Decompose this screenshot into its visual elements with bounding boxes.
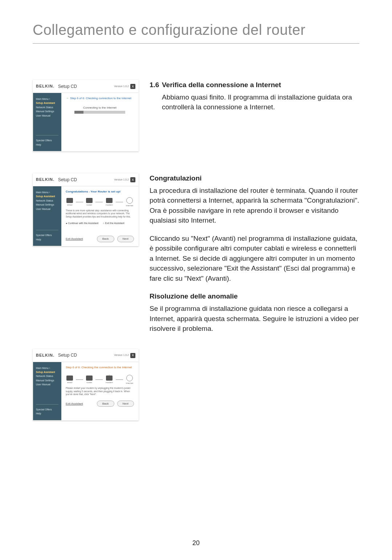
sidebar-item-status[interactable]: Network Status — [36, 375, 58, 378]
exit-assistant-link[interactable]: Exit Assistant — [66, 236, 88, 242]
button-bar: Exit Assistant Back Next — [66, 401, 134, 407]
progress-bar — [74, 111, 125, 114]
step-label: → Step 6 of 6: Checking connection to th… — [66, 97, 134, 100]
sidebar-item-help[interactable]: Help — [36, 238, 58, 241]
row-1: BELKIN. Setup CD Version 1.0.2 X Main Me… — [33, 80, 359, 151]
sidebar-item-manual[interactable]: User Manual — [36, 208, 58, 211]
page-title: Collegamento e configurazione del router — [33, 22, 359, 44]
sidebar-bottom: Special Offers Help — [36, 401, 58, 417]
screenshot-congrats: BELKIN. Setup CD Version 1.0.2 X Main Me… — [33, 173, 139, 246]
sidebar-divider — [36, 230, 58, 230]
back-button[interactable]: Back — [97, 401, 114, 407]
section-paragraph: Se il programma di installazione guidata… — [150, 304, 359, 334]
device-wired: wired — [66, 198, 73, 206]
content-area: Congratulations - Your Router is set up!… — [61, 186, 138, 246]
window-body: Main Menu › Setup Assistant Network Stat… — [33, 186, 138, 246]
sidebar-divider — [36, 404, 58, 405]
computer-icon — [66, 198, 73, 203]
router-icon — [86, 376, 93, 381]
content-area: → Step 6 of 6: Checking connection to th… — [61, 93, 138, 151]
label-internet: internet — [126, 204, 133, 207]
sidebar: Main Menu › Setup Assistant Network Stat… — [33, 362, 61, 420]
section-heading: Risoluzione delle anomalie — [150, 291, 359, 301]
device-modem: ↓ modem — [106, 376, 113, 384]
window-titlebar: BELKIN. Setup CD Version 1.0.2 X — [33, 349, 138, 362]
cable-icon — [116, 380, 123, 380]
row-2: BELKIN. Setup CD Version 1.0.2 X Main Me… — [33, 173, 359, 342]
section-title: Verifica della connessione a Internet — [162, 81, 281, 89]
sidebar-bottom: Special Offers Help — [36, 131, 58, 147]
window-titlebar: BELKIN. Setup CD Version 1.0.2 X — [33, 80, 138, 93]
section-heading: 1.6Verifica della connessione a Internet — [150, 80, 359, 90]
version-label: Version 1.0.2 — [114, 354, 129, 357]
exit-assistant-link[interactable]: Exit Assistant — [66, 401, 88, 407]
section-paragraph: La procedura di installazione del router… — [150, 186, 359, 226]
sidebar-item-help[interactable]: Help — [36, 412, 58, 415]
sidebar-item-assistant[interactable]: Setup Assistant — [36, 102, 58, 105]
sidebar-item-status[interactable]: Network Status — [36, 106, 58, 109]
radio-continue[interactable]: Continue with the Assistant — [66, 222, 98, 225]
button-bar: Exit Assistant Back Next — [66, 236, 134, 242]
next-button[interactable]: Next — [117, 401, 134, 407]
sidebar-item-manual[interactable]: User Manual — [36, 383, 58, 386]
globe-icon — [126, 197, 133, 204]
sidebar-top: Main Menu › Setup Assistant Network Stat… — [36, 97, 58, 118]
computer-icon — [66, 376, 73, 381]
sidebar: Main Menu › Setup Assistant Network Stat… — [33, 186, 61, 246]
window-title: Setup CD — [54, 353, 114, 358]
close-icon[interactable]: X — [130, 177, 135, 182]
label-router: router — [86, 381, 92, 384]
label-router: router — [86, 204, 92, 206]
page-number: 20 — [0, 539, 392, 547]
screenshot-troubleshoot: BELKIN. Setup CD Version 1.0.2 X Main Me… — [33, 349, 139, 421]
version-label: Version 1.0.2 — [114, 85, 129, 88]
sidebar-item-help[interactable]: Help — [36, 143, 58, 146]
version-label: Version 1.0.2 — [114, 178, 129, 181]
device-modem: modem — [106, 198, 113, 206]
arrow-icon: → — [66, 97, 69, 100]
sidebar-item-offers[interactable]: Special Offers — [36, 408, 58, 411]
next-button[interactable]: Next — [117, 236, 134, 242]
sidebar-item-main[interactable]: Main Menu › — [36, 98, 58, 101]
network-diagram: wired router modem internet — [66, 197, 134, 207]
label-wired: wired — [67, 381, 72, 384]
sidebar-divider — [36, 135, 58, 135]
device-router: router — [86, 198, 93, 206]
close-icon[interactable]: X — [130, 84, 135, 89]
sidebar-item-manual[interactable]: User Manual — [36, 114, 58, 117]
sidebar: Main Menu › Setup Assistant Network Stat… — [33, 93, 61, 151]
window-titlebar: BELKIN. Setup CD Version 1.0.2 X — [33, 174, 138, 186]
label-wired: wired — [67, 204, 72, 206]
progress-label: Connecting to the Internet — [66, 106, 134, 110]
screenshot-connecting: BELKIN. Setup CD Version 1.0.2 X Main Me… — [33, 80, 139, 151]
sidebar-item-status[interactable]: Network Status — [36, 199, 58, 202]
cable-icon — [95, 380, 103, 380]
sidebar-item-main[interactable]: Main Menu › — [36, 191, 58, 194]
page: Collegamento e configurazione del router… — [0, 0, 392, 560]
sidebar-item-manual-settings[interactable]: Manual Settings — [36, 379, 58, 382]
back-button[interactable]: Back — [97, 236, 114, 242]
label-internet: internet — [126, 382, 133, 385]
sidebar-item-manual-settings[interactable]: Manual Settings — [36, 110, 58, 113]
brand-logo: BELKIN. — [36, 353, 54, 358]
sidebar-item-main[interactable]: Main Menu › — [36, 367, 58, 370]
sidebar-item-offers[interactable]: Special Offers — [36, 139, 58, 142]
text-section-2: Congratulazioni La procedura di installa… — [150, 173, 359, 342]
section-paragraph: Cliccando su "Next" (Avanti) nel program… — [150, 234, 359, 284]
brand-logo: BELKIN. — [36, 177, 54, 182]
radio-exit[interactable]: Exit the Assistant — [103, 222, 124, 225]
window-title: Setup CD — [54, 84, 114, 89]
section-number: 1.6 — [150, 80, 162, 90]
close-icon[interactable]: X — [130, 353, 135, 358]
modem-icon — [106, 376, 113, 381]
sidebar-item-offers[interactable]: Special Offers — [36, 234, 58, 237]
radio-group: Continue with the Assistant Exit the Ass… — [66, 222, 134, 225]
cable-icon — [116, 202, 123, 202]
router-icon — [86, 198, 93, 203]
sidebar-item-assistant[interactable]: Setup Assistant — [36, 371, 58, 374]
network-diagram: wired router ↓ modem internet — [66, 375, 134, 385]
sidebar-top: Main Menu › Setup Assistant Network Stat… — [36, 190, 58, 212]
sidebar-item-manual-settings[interactable]: Manual Settings — [36, 203, 58, 206]
congrats-heading: Congratulations - Your Router is set up! — [66, 190, 134, 194]
sidebar-item-assistant[interactable]: Setup Assistant — [36, 195, 58, 198]
